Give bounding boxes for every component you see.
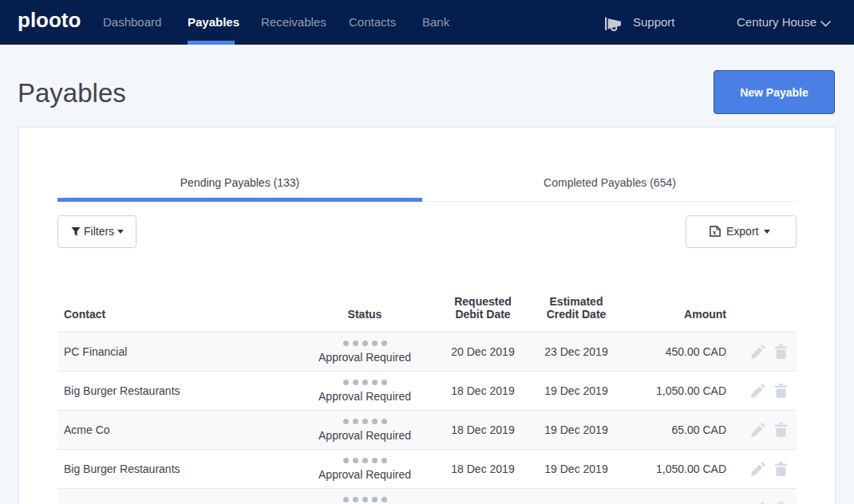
svg-text:x: x xyxy=(713,229,717,236)
